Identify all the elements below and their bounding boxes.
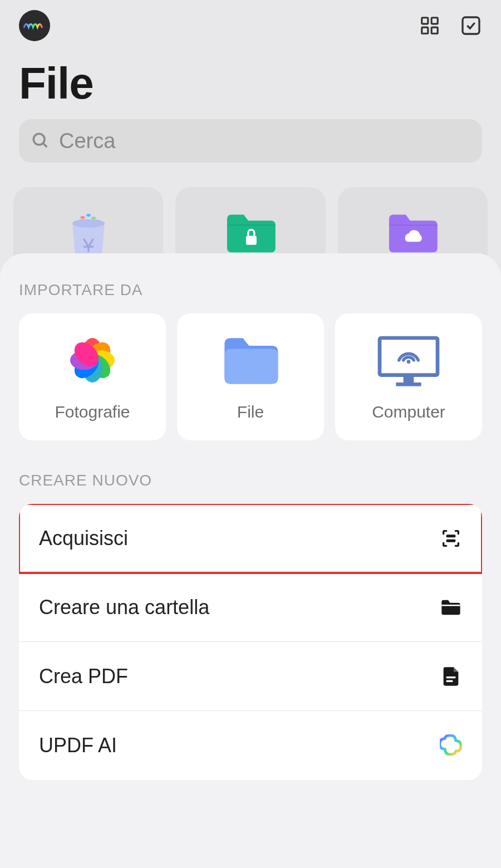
photos-icon [59,332,126,388]
svg-rect-2 [422,27,428,33]
pdf-icon [440,665,462,688]
svg-rect-3 [431,27,438,33]
svg-rect-4 [463,17,479,34]
import-section-label: Importare da [19,281,482,299]
svg-rect-10 [246,236,257,244]
computer-icon [375,332,442,388]
svg-rect-1 [431,18,438,24]
import-grid: Fotografie File [19,313,482,440]
svg-point-23 [407,360,411,364]
updf-ai-row[interactable]: UPDF AI [19,711,482,780]
app-logo[interactable] [19,10,50,41]
import-photos-label: Fotografie [55,403,130,421]
svg-rect-19 [224,349,278,384]
svg-rect-24 [446,534,456,537]
updf-ai-icon [440,734,462,757]
svg-rect-25 [446,539,456,542]
search-icon [31,131,50,150]
svg-rect-28 [446,680,453,681]
scan-row[interactable]: Acquisisci [19,504,482,573]
create-pdf-row[interactable]: Crea PDF [19,642,482,711]
import-file-button[interactable]: File [177,313,324,440]
create-folder-label: Creare una cartella [39,596,209,619]
search-input[interactable] [59,129,470,153]
scan-label: Acquisisci [39,527,128,550]
grid-view-icon[interactable] [419,14,441,37]
svg-rect-0 [422,18,428,24]
scan-icon [440,527,462,550]
svg-point-8 [86,214,91,217]
svg-point-5 [33,134,45,145]
create-pdf-label: Crea PDF [39,665,128,688]
page-title: File [0,41,501,119]
select-checkbox-icon[interactable] [460,14,482,37]
svg-point-7 [80,216,85,219]
svg-rect-21 [404,376,414,382]
file-folder-icon [217,332,284,388]
svg-rect-22 [396,382,421,386]
svg-rect-27 [446,676,456,678]
svg-rect-26 [441,605,460,606]
top-bar [0,0,501,41]
updf-ai-label: UPDF AI [39,734,117,757]
create-section-label: Creare nuovo [19,472,482,489]
svg-point-6 [72,219,105,228]
import-computer-label: Computer [372,403,445,421]
import-photos-button[interactable]: Fotografie [19,313,166,440]
folder-icon [440,596,462,619]
create-list: Acquisisci Creare una cartella Crea PDF [19,504,482,780]
svg-point-9 [91,217,96,219]
search-bar[interactable] [19,119,482,163]
import-computer-button[interactable]: Computer [335,313,482,440]
import-file-label: File [237,403,264,421]
action-sheet: Importare da Fotografie [0,253,501,868]
create-folder-row[interactable]: Creare una cartella [19,573,482,642]
